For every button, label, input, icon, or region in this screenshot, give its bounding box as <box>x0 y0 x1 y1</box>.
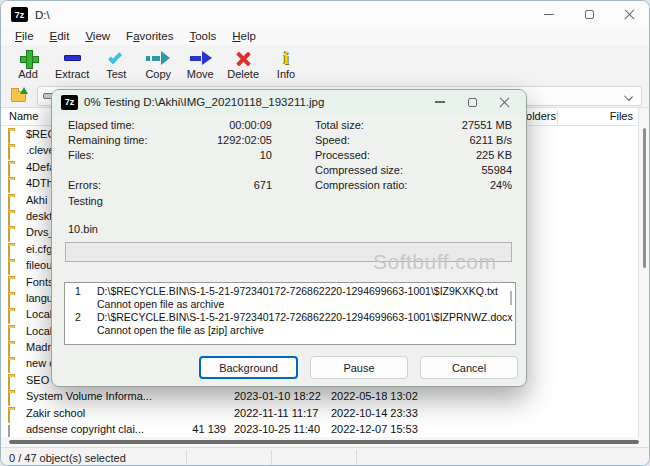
toolbar: Add Extract Test Copy Move Delete i Info <box>1 45 649 85</box>
minimize-icon <box>435 101 445 102</box>
error-log[interactable]: 1D:\$RECYCLE.BIN\S-1-5-21-972340172-7268… <box>64 282 516 345</box>
horizontal-scrollbar[interactable] <box>1 437 649 447</box>
copy-arrow-icon <box>146 50 170 66</box>
add-button[interactable]: Add <box>7 47 49 80</box>
status-bar: 0 / 47 object(s) selected <box>1 447 649 466</box>
background-button[interactable]: Background <box>199 356 298 379</box>
move-button[interactable]: Move <box>179 47 221 80</box>
title-bar: 7z D:\ <box>1 1 649 28</box>
move-arrow-icon <box>188 50 212 66</box>
menu-edit[interactable]: Edit <box>42 28 78 45</box>
chevron-down-icon[interactable] <box>624 92 633 101</box>
current-file-label: 10.bin <box>68 223 98 235</box>
up-arrow-icon <box>20 87 28 94</box>
watermark: Softbuff.com <box>373 250 497 274</box>
menu-file[interactable]: File <box>7 28 42 45</box>
progress-dialog: 7z 0% Testing D:\Akhi\IMG_20210118_19321… <box>51 89 527 387</box>
parent-folder-button[interactable] <box>5 86 31 106</box>
menu-tools[interactable]: Tools <box>181 28 224 45</box>
vertical-scrollbar[interactable] <box>638 108 649 438</box>
test-button[interactable]: Test <box>95 47 137 80</box>
menu-favorites[interactable]: Favorites <box>118 28 181 45</box>
dialog-maximize-button[interactable] <box>456 90 488 114</box>
7zip-dialog-icon: 7z <box>61 95 78 110</box>
minus-icon <box>64 55 81 61</box>
error-log-scrollbar-thumb[interactable] <box>510 291 512 305</box>
info-button[interactable]: i Info <box>265 47 307 80</box>
list-item[interactable]: System Volume Informa...2023-01-10 18:22… <box>1 388 636 404</box>
extract-button[interactable]: Extract <box>49 47 95 80</box>
window-title: D:\ <box>35 9 50 21</box>
copy-button[interactable]: Copy <box>137 47 179 80</box>
pause-button[interactable]: Pause <box>310 356 408 379</box>
minimize-button[interactable] <box>529 1 569 28</box>
close-icon <box>624 9 635 20</box>
menu-bar: File Edit View Favorites Tools Help <box>1 28 649 45</box>
list-item[interactable]: adsense copyright clai...41 1392023-10-2… <box>1 421 636 437</box>
delete-button[interactable]: Delete <box>221 47 265 80</box>
maximize-button[interactable] <box>569 1 609 28</box>
7zip-app-icon: 7z <box>11 7 28 22</box>
list-item[interactable]: Zakir school2022-11-11 11:172022-10-14 2… <box>1 405 636 421</box>
column-divider <box>557 110 558 124</box>
close-button[interactable] <box>609 1 649 28</box>
dialog-title-bar: 7z 0% Testing D:\Akhi\IMG_20210118_19321… <box>52 90 526 114</box>
maximize-icon <box>468 98 477 107</box>
cancel-button[interactable]: Cancel <box>420 356 518 379</box>
menu-view[interactable]: View <box>77 28 118 45</box>
maximize-icon <box>585 10 594 19</box>
red-x-icon <box>236 51 251 66</box>
dialog-minimize-button[interactable] <box>424 90 456 114</box>
column-header-name[interactable]: Name <box>9 110 38 122</box>
checkmark-icon <box>108 50 122 64</box>
column-header-files[interactable]: Files <box>561 110 633 122</box>
selection-status: 0 / 47 object(s) selected <box>9 452 126 464</box>
menu-help[interactable]: Help <box>224 28 264 45</box>
dialog-title: 0% Testing D:\Akhi\IMG_20210118_193211.j… <box>84 96 324 108</box>
plus-icon <box>20 50 37 67</box>
horizontal-scrollbar-thumb[interactable] <box>9 440 639 444</box>
operation-label: Testing <box>68 195 103 207</box>
close-icon <box>499 97 510 108</box>
vertical-scrollbar-thumb[interactable] <box>643 128 646 268</box>
main-window: 7z D:\ File Edit View Favorites Tools He… <box>0 0 650 466</box>
dialog-close-button[interactable] <box>488 90 520 114</box>
info-icon: i <box>283 49 288 67</box>
minimize-icon <box>544 14 554 15</box>
